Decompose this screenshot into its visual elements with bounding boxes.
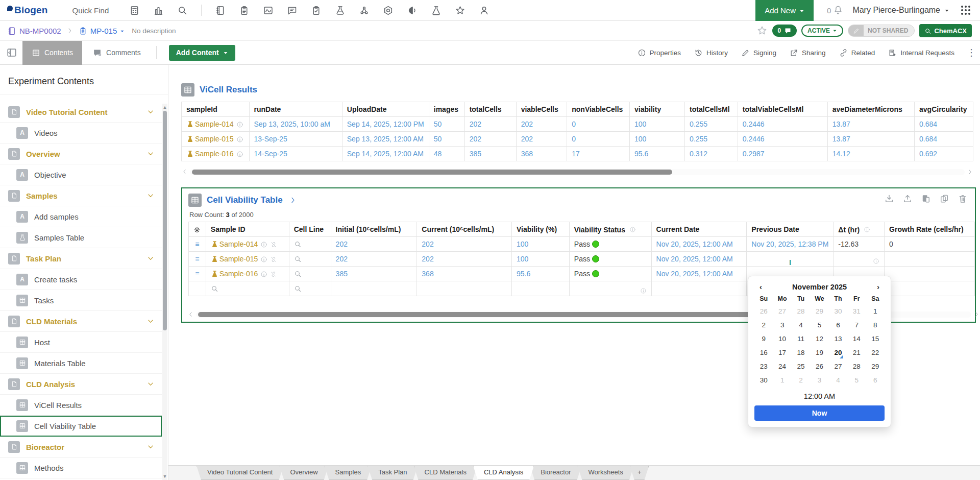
worksheet-tab-task-plan[interactable]: Task Plan: [368, 466, 418, 480]
calendar-day[interactable]: 1: [866, 307, 885, 316]
data-cell[interactable]: 0.255: [685, 132, 738, 147]
delta-t-cell[interactable]: -12.63: [834, 237, 885, 252]
app-launcher-icon[interactable]: [960, 4, 972, 16]
breadcrumb-experiment[interactable]: MP-015: [79, 26, 125, 36]
data-cell[interactable]: 0.2446: [738, 117, 827, 132]
initial-cell[interactable]: 202: [331, 237, 417, 252]
drag-handle[interactable]: ≡: [189, 267, 206, 281]
calendar-day[interactable]: 6: [829, 321, 847, 330]
calendar-day[interactable]: 5: [810, 321, 828, 330]
data-cell[interactable]: 100: [630, 132, 685, 147]
growth-rate-cell[interactable]: 0: [885, 237, 975, 252]
sample-id-cell[interactable]: Sample-015: [182, 132, 250, 147]
breadcrumb-notebook[interactable]: NB-MP0002: [7, 26, 61, 35]
toolbar-item-signing[interactable]: Signing: [741, 49, 776, 57]
more-options-button[interactable]: ⋮: [963, 47, 980, 58]
calendar-day[interactable]: 27: [773, 307, 791, 316]
calendar-time[interactable]: 12:00 AM: [754, 392, 885, 400]
scroll-left-arrow[interactable]: [187, 311, 194, 318]
data-cell[interactable]: 0.684: [915, 117, 973, 132]
upload-button[interactable]: [902, 194, 913, 204]
data-cell[interactable]: 14-Sep-25: [249, 147, 342, 161]
calendar-day[interactable]: 2: [754, 321, 773, 330]
data-cell[interactable]: 202: [464, 132, 516, 147]
data-cell[interactable]: 48: [429, 147, 464, 161]
calendar-day[interactable]: 13: [829, 334, 847, 344]
task-toolbar-button[interactable]: [311, 5, 322, 16]
cell-line-filter-cell[interactable]: [289, 281, 331, 296]
calendar-day[interactable]: 29: [866, 362, 885, 371]
data-cell[interactable]: Sep 13, 2025, 10:00 aM: [249, 117, 342, 132]
calendar-day-selected[interactable]: 20: [829, 348, 847, 357]
chevron-down-icon[interactable]: [146, 150, 155, 158]
viability-cell[interactable]: 100: [512, 237, 570, 252]
worksheet-tab-cld-materials[interactable]: CLD Materials: [414, 466, 477, 480]
calendar-day[interactable]: 22: [866, 348, 885, 357]
sample-filter-cell[interactable]: [206, 281, 289, 296]
cell-line-cell[interactable]: [289, 267, 331, 281]
sidebar-item-create-tasks[interactable]: ACreate tasks: [0, 269, 162, 290]
chat-toolbar-button[interactable]: [287, 5, 298, 16]
calendar-day[interactable]: 6: [866, 376, 885, 385]
sidebar-item-cell-viability-table[interactable]: Cell Viability Table: [0, 416, 162, 437]
chevron-down-icon[interactable]: [146, 380, 155, 388]
calendar-day[interactable]: 31: [847, 307, 866, 316]
sidebar-scrollbar[interactable]: ▲ ▼: [162, 104, 167, 480]
chevron-right-icon[interactable]: [289, 196, 297, 204]
sidebar-item-task-plan[interactable]: Task Plan: [0, 248, 162, 269]
calendar-day[interactable]: 2: [792, 376, 810, 385]
flask-toolbar-button[interactable]: [431, 5, 442, 16]
viability-status-cell[interactable]: Pass: [569, 237, 651, 252]
cell-line-cell[interactable]: [289, 252, 331, 267]
delta-t-cell[interactable]: [834, 252, 885, 267]
add-new-button[interactable]: Add New: [755, 0, 814, 21]
growth-rate-cell[interactable]: [885, 267, 975, 281]
calendar-day[interactable]: 1: [773, 376, 791, 385]
data-cell[interactable]: Sep 14, 2025, 12:00 AM: [342, 147, 429, 161]
comments-count-pill[interactable]: 0: [772, 25, 797, 37]
calendar-day[interactable]: 24: [773, 362, 791, 371]
calendar-day[interactable]: 26: [810, 362, 828, 371]
calendar-day[interactable]: 28: [792, 307, 810, 316]
chevron-down-icon[interactable]: [146, 191, 155, 200]
drag-handle[interactable]: ≡: [189, 237, 206, 252]
calendar-day[interactable]: 4: [829, 376, 847, 385]
current-date-cell[interactable]: Nov 20, 2025, 12:00 AM: [651, 267, 747, 281]
scrollbar-thumb[interactable]: [163, 111, 167, 330]
growth-rate-cell[interactable]: [885, 252, 975, 267]
chevron-down-icon[interactable]: [146, 443, 155, 451]
data-cell[interactable]: 17: [567, 147, 630, 161]
sidebar-item-cld-materials[interactable]: CLD Materials: [0, 311, 162, 332]
vicell-horizontal-scrollbar[interactable]: [181, 169, 973, 175]
tab-comments[interactable]: Comments: [82, 48, 151, 58]
data-cell[interactable]: 385: [464, 147, 516, 161]
sidebar-item-samples-table[interactable]: Samples Table: [0, 227, 162, 248]
calendar-day[interactable]: 9: [754, 334, 773, 344]
data-cell[interactable]: Sep 13, 2025, 12:00 AM: [342, 132, 429, 147]
calendar-day[interactable]: 10: [773, 334, 791, 344]
calendar-day[interactable]: 27: [829, 362, 847, 371]
calendar-day[interactable]: 12: [810, 334, 828, 344]
sample-id-cell[interactable]: Sample-014: [182, 117, 250, 132]
data-cell[interactable]: 0.312: [685, 147, 738, 161]
bar-chart-toolbar-button[interactable]: [153, 5, 164, 16]
calendar-month-label[interactable]: November 2025: [765, 283, 874, 291]
sample-id-cell[interactable]: Sample-015: [206, 252, 289, 267]
data-cell[interactable]: 202: [516, 132, 567, 147]
toolbar-item-internal-requests[interactable]: Internal Requests: [888, 49, 954, 57]
clipboard-toolbar-button[interactable]: [239, 5, 250, 16]
data-cell[interactable]: 13.87: [827, 117, 914, 132]
worksheet-tab-bioreactor[interactable]: Bioreactor: [530, 466, 581, 480]
sidebar-item-cld-analysis[interactable]: CLD Analysis: [0, 374, 162, 395]
calendar-day[interactable]: 5: [847, 376, 866, 385]
data-cell[interactable]: 50: [429, 117, 464, 132]
toolbar-item-history[interactable]: History: [694, 49, 728, 57]
calendar-day[interactable]: 14: [847, 334, 866, 344]
paste-button[interactable]: [921, 194, 931, 204]
calendar-prev-button[interactable]: ‹: [756, 282, 765, 291]
quick-find[interactable]: Quick Find: [72, 6, 109, 15]
calendar-day[interactable]: 18: [792, 348, 810, 357]
current-cell[interactable]: 202: [417, 252, 512, 267]
shared-badge[interactable]: NOT SHARED: [848, 25, 915, 37]
sample-id-cell[interactable]: Sample-016: [206, 267, 289, 281]
